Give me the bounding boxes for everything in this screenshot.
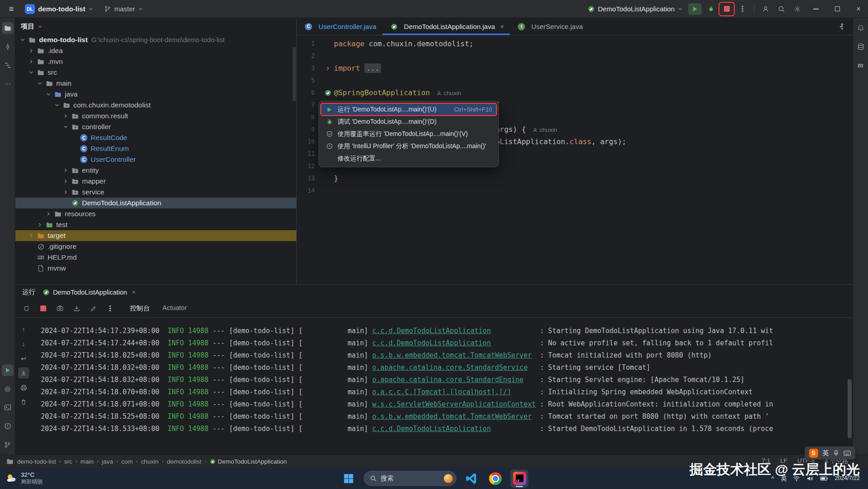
branch-selector[interactable]: master	[101, 3, 146, 15]
taskbar-intellij[interactable]: IJ	[511, 470, 529, 488]
tree-item-HELP.md[interactable]: HELP.md	[15, 252, 296, 263]
tree-item-resources[interactable]: resources	[15, 208, 296, 219]
tree-chevron-icon[interactable]	[62, 179, 69, 184]
thread-dump-button[interactable]	[55, 304, 65, 314]
breadcrumb-item-chuxin[interactable]: chuxin	[141, 458, 159, 465]
problems-toolwindow-button[interactable]	[2, 420, 14, 432]
ime-toolbar[interactable]: S 英	[805, 446, 856, 460]
more-run-actions-button[interactable]: ⋮	[736, 3, 749, 15]
tree-chevron-icon[interactable]	[36, 81, 43, 86]
notifications-button[interactable]	[855, 22, 867, 34]
project-scrollbar[interactable]	[293, 47, 296, 102]
taskbar-weather-widget[interactable]: 32°C 局部晴朗	[5, 471, 43, 485]
start-button[interactable]	[340, 470, 358, 488]
editor-tab-UserService.java[interactable]: IUserService.java	[510, 18, 588, 35]
tree-chevron-icon[interactable]	[62, 113, 69, 119]
tree-item-com.chuxin.demotodolist[interactable]: com.chuxin.demotodolist	[15, 100, 296, 111]
tree-chevron-icon[interactable]	[28, 59, 35, 64]
stop-button[interactable]	[720, 3, 733, 15]
ime-language[interactable]: 英	[823, 449, 829, 457]
tree-item-.idea[interactable]: .idea	[15, 45, 296, 56]
tree-chevron-icon[interactable]	[53, 102, 61, 108]
menu-item[interactable]: 调试 'DemoTodoListAp....main()'(D)	[321, 116, 497, 128]
tree-chevron-icon[interactable]	[28, 70, 35, 75]
tree-item-main[interactable]: main	[15, 78, 296, 89]
menu-item[interactable]: 使用 'IntelliJ Profiler' 分析 'DemoTodoListA…	[321, 140, 497, 152]
tree-item-.mvn[interactable]: .mvn	[15, 56, 296, 67]
menu-item[interactable]: 修改运行配置...	[321, 152, 497, 165]
editor-tab-DemoTodoListApplication.java[interactable]: DemoTodoListApplication.java×	[382, 18, 510, 35]
console-options-button[interactable]: ⋮	[105, 304, 115, 314]
breadcrumb-item-main[interactable]: main	[81, 458, 94, 465]
tree-chevron-icon[interactable]	[19, 37, 26, 43]
breadcrumb-item-DemoTodoListApplication[interactable]: DemoTodoListApplication	[210, 458, 287, 465]
commit-toolwindow-button[interactable]	[2, 41, 14, 53]
import-log-button[interactable]	[72, 304, 82, 314]
database-toolwindow-button[interactable]	[855, 41, 867, 53]
run-config-selector[interactable]: DemoTodoListApplication	[584, 3, 686, 15]
run-button[interactable]	[688, 3, 702, 15]
run-toolwindow-button[interactable]	[2, 364, 14, 376]
tree-chevron-icon[interactable]	[62, 124, 69, 130]
run-toolwindow-title[interactable]: 运行	[22, 288, 35, 296]
tree-chevron-icon[interactable]	[45, 211, 52, 217]
scroll-to-end-button[interactable]	[18, 368, 29, 378]
rerun-button[interactable]	[21, 304, 31, 314]
structure-toolwindow-button[interactable]	[2, 59, 14, 71]
tree-item-mapper[interactable]: mapper	[15, 176, 296, 187]
print-button[interactable]	[18, 382, 29, 393]
taskbar-search[interactable]: 搜索	[364, 471, 457, 486]
maven-toolwindow-button[interactable]: m	[855, 59, 867, 71]
main-menu-icon[interactable]: ≡	[5, 4, 17, 14]
menu-item[interactable]: 运行 'DemoTodoListAp....main()'(U)Ctrl+Shi…	[321, 103, 497, 116]
inspections-ok-icon[interactable]: ✓	[839, 22, 844, 30]
breadcrumb-item-src[interactable]: src	[64, 458, 72, 465]
search-everywhere-button[interactable]	[775, 3, 788, 15]
terminal-toolwindow-button[interactable]	[2, 402, 14, 413]
tree-item-target[interactable]: target	[15, 230, 296, 241]
tree-item-entity[interactable]: entity	[15, 165, 296, 176]
tree-chevron-icon[interactable]	[45, 92, 52, 97]
tree-item-common.result[interactable]: common.result	[15, 111, 296, 121]
project-toolwindow-button[interactable]	[2, 22, 14, 34]
stop-process-button[interactable]	[38, 304, 48, 314]
minimize-button[interactable]	[806, 0, 825, 18]
tree-item-DemoTodoListApplication[interactable]: DemoTodoListApplication	[15, 198, 296, 208]
tree-chevron-icon[interactable]	[28, 233, 35, 238]
menu-item[interactable]: 使用覆盖率运行 'DemoTodoListAp....main()'(V)	[321, 128, 497, 140]
tree-item-src[interactable]: src	[15, 67, 296, 78]
debug-button[interactable]	[704, 3, 718, 15]
tree-item-UserController[interactable]: CUserController	[15, 154, 296, 165]
soft-wrap-button[interactable]: ↩	[18, 353, 29, 364]
up-stack-trace-button[interactable]: ↑	[18, 324, 29, 335]
tree-item-demo-todo-list[interactable]: demo-todo-listG:\chuxin-cs\spring-boot-d…	[15, 34, 296, 45]
more-toolwindows-button[interactable]: ⋯	[2, 78, 14, 90]
view-tab-控制台[interactable]: 控制台	[130, 304, 150, 313]
tree-item-service[interactable]: service	[15, 187, 296, 198]
clear-console-button[interactable]	[18, 397, 29, 407]
tree-chevron-icon[interactable]	[36, 222, 43, 228]
edit-configuration-button[interactable]	[88, 304, 98, 314]
settings-button[interactable]	[791, 3, 804, 15]
tree-chevron-icon[interactable]	[62, 189, 69, 195]
mic-icon[interactable]	[833, 450, 839, 456]
taskbar-vscode[interactable]	[463, 470, 481, 488]
breadcrumb-item-demo-todo-list[interactable]: demo-todo-list	[17, 458, 56, 465]
keyboard-icon[interactable]	[844, 450, 851, 456]
project-selector[interactable]: DL demo-todo-list	[22, 2, 96, 16]
tree-item-mvnw[interactable]: mvnw	[15, 263, 296, 274]
tree-item-ResultEnum[interactable]: CResultEnum	[15, 143, 296, 154]
view-tab-Actuator[interactable]: Actuator	[163, 304, 187, 313]
console-scrollbar[interactable]	[848, 379, 852, 438]
console-output[interactable]: 2024-07-22T14:54:17.239+08:00 INFO 14988…	[32, 318, 853, 455]
tree-item-java[interactable]: java	[15, 89, 296, 100]
close-icon[interactable]: ×	[501, 23, 504, 30]
close-icon[interactable]: ×	[132, 289, 135, 295]
code-with-me-button[interactable]	[759, 3, 772, 15]
maximize-button[interactable]	[828, 0, 847, 18]
services-toolwindow-button[interactable]: ◎	[2, 383, 14, 395]
run-session-tab[interactable]: DemoTodoListApplication ×	[43, 289, 135, 296]
tree-chevron-icon[interactable]	[28, 48, 35, 53]
spring-gutter-icon[interactable]	[322, 87, 334, 99]
vcs-toolwindow-button[interactable]	[2, 439, 14, 450]
